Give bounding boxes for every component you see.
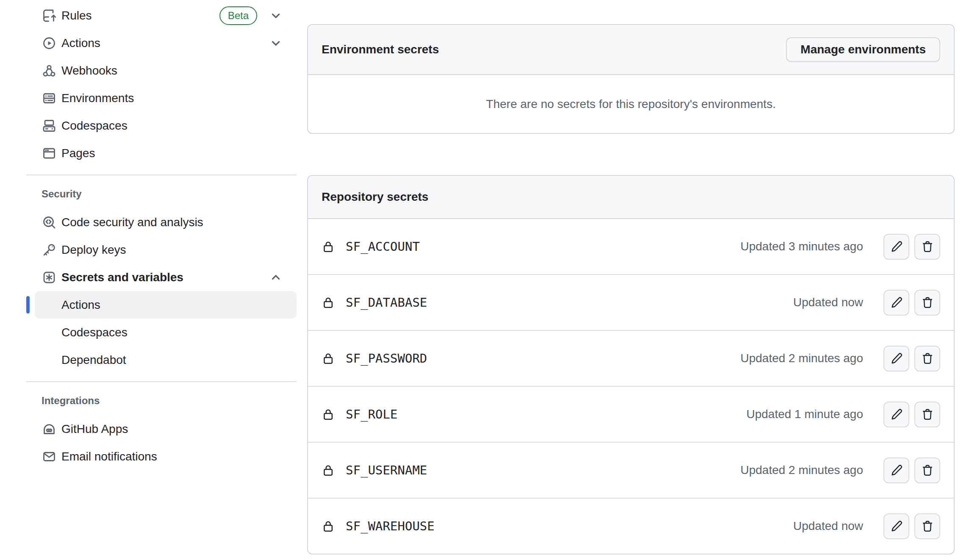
edit-secret-button[interactable] (883, 234, 909, 260)
sidebar-item-pages[interactable]: Pages (26, 139, 297, 167)
trash-icon (921, 296, 934, 309)
trash-icon (921, 520, 934, 532)
secret-row: SF_ROLE Updated 1 minute ago (308, 386, 954, 442)
lock-icon (322, 520, 335, 533)
environment-secrets-empty-state: There are no secrets for this repository… (308, 75, 954, 133)
hubot-icon (42, 422, 56, 436)
sidebar-section-integrations: Integrations (26, 392, 297, 409)
secret-updated: Updated 3 minutes ago (740, 238, 863, 255)
codespaces-icon (42, 119, 56, 133)
pencil-icon (890, 296, 903, 309)
edit-secret-button[interactable] (883, 457, 909, 483)
edit-secret-button[interactable] (883, 402, 909, 427)
trash-icon (921, 464, 934, 477)
sidebar-item-label: Environments (61, 90, 134, 106)
secret-name: SF_WAREHOUSE (346, 518, 435, 535)
secret-updated: Updated 2 minutes ago (740, 350, 863, 366)
secret-row: SF_PASSWORD Updated 2 minutes ago (308, 330, 954, 386)
settings-sidebar: Rules Beta Actions Webhooks Environments… (26, 2, 297, 470)
secret-updated: Updated now (793, 518, 863, 534)
chevron-down-icon (269, 9, 282, 22)
sidebar-item-label: GitHub Apps (61, 421, 128, 437)
delete-secret-button[interactable] (914, 290, 940, 316)
sidebar-item-label: Actions (61, 35, 100, 51)
secret-name: SF_USERNAME (346, 462, 427, 479)
delete-secret-button[interactable] (914, 457, 940, 483)
empty-message: There are no secrets for this repository… (486, 96, 776, 112)
server-icon (42, 91, 56, 105)
sidebar-item-secrets-and-variables[interactable]: Secrets and variables (26, 263, 297, 291)
repository-secrets-card: Repository secrets SF_ACCOUNT Updated 3 … (307, 175, 955, 554)
repository-secrets-header: Repository secrets (308, 176, 954, 219)
delete-secret-button[interactable] (914, 234, 940, 260)
secret-row: SF_WAREHOUSE Updated now (308, 498, 954, 554)
sidebar-item-label: Code security and analysis (61, 214, 203, 230)
sidebar-item-deploy-keys[interactable]: Deploy keys (26, 236, 297, 263)
repo-push-icon (42, 9, 56, 22)
settings-main: Environment secrets Manage environments … (307, 24, 955, 554)
pencil-icon (890, 352, 903, 365)
pencil-icon (890, 240, 903, 253)
lock-icon (322, 296, 335, 309)
secret-name: SF_PASSWORD (346, 350, 427, 367)
sidebar-item-label: Dependabot (61, 352, 126, 368)
delete-secret-button[interactable] (914, 402, 940, 427)
sidebar-item-github-apps[interactable]: GitHub Apps (26, 415, 297, 443)
sidebar-item-webhooks[interactable]: Webhooks (26, 57, 297, 84)
lock-icon (322, 408, 335, 421)
secret-row: SF_ACCOUNT Updated 3 minutes ago (308, 219, 954, 274)
card-title: Repository secrets (322, 189, 428, 205)
pencil-icon (890, 464, 903, 477)
sidebar-item-label: Codespaces (61, 324, 128, 341)
active-indicator (26, 296, 30, 313)
delete-secret-button[interactable] (914, 513, 940, 539)
lock-icon (322, 240, 335, 253)
key-icon (42, 243, 56, 257)
sidebar-item-environments[interactable]: Environments (26, 84, 297, 112)
sidebar-item-code-security[interactable]: Code security and analysis (26, 208, 297, 236)
edit-secret-button[interactable] (883, 346, 909, 371)
sidebar-item-label: Deploy keys (61, 241, 126, 258)
secret-name: SF_ROLE (346, 406, 397, 423)
pencil-icon (890, 520, 903, 532)
edit-secret-button[interactable] (883, 290, 909, 316)
manage-environments-button[interactable]: Manage environments (786, 37, 940, 62)
secret-updated: Updated 1 minute ago (746, 406, 863, 422)
secret-row: SF_USERNAME Updated 2 minutes ago (308, 442, 954, 498)
repo-settings-page: Rules Beta Actions Webhooks Environments… (0, 0, 972, 560)
card-title: Environment secrets (322, 41, 439, 58)
key-asterisk-icon (42, 271, 56, 284)
trash-icon (921, 408, 934, 421)
delete-secret-button[interactable] (914, 346, 940, 371)
secret-name: SF_DATABASE (346, 294, 427, 311)
trash-icon (921, 352, 934, 365)
sidebar-divider (26, 381, 297, 382)
sidebar-item-label: Pages (61, 145, 95, 161)
pencil-icon (890, 408, 903, 421)
chevron-down-icon (269, 37, 282, 50)
sidebar-subitem-codespaces[interactable]: Codespaces (35, 319, 297, 346)
sidebar-item-label: Webhooks (61, 62, 117, 79)
environment-secrets-header: Environment secrets Manage environments (308, 25, 954, 75)
sidebar-item-email-notifications[interactable]: Email notifications (26, 443, 297, 470)
sidebar-subitem-dependabot[interactable]: Dependabot (35, 346, 297, 374)
sidebar-divider (26, 175, 297, 175)
sidebar-item-rules[interactable]: Rules Beta (26, 2, 297, 29)
secret-updated: Updated now (793, 294, 863, 310)
beta-badge: Beta (219, 6, 257, 25)
webhook-icon (42, 64, 56, 78)
lock-icon (322, 464, 335, 477)
play-icon (42, 36, 56, 50)
chevron-up-icon (269, 271, 282, 284)
browser-icon (42, 147, 56, 160)
sidebar-subitem-actions[interactable]: Actions (35, 291, 297, 319)
sidebar-item-label: Codespaces (61, 117, 128, 134)
secret-name: SF_ACCOUNT (346, 238, 420, 255)
sidebar-item-actions[interactable]: Actions (26, 29, 297, 57)
secret-row: SF_DATABASE Updated now (308, 274, 954, 330)
edit-secret-button[interactable] (883, 513, 909, 539)
lock-icon (322, 352, 335, 365)
sidebar-item-label: Email notifications (61, 448, 157, 465)
sidebar-item-label: Secrets and variables (61, 269, 183, 286)
sidebar-item-codespaces[interactable]: Codespaces (26, 112, 297, 139)
